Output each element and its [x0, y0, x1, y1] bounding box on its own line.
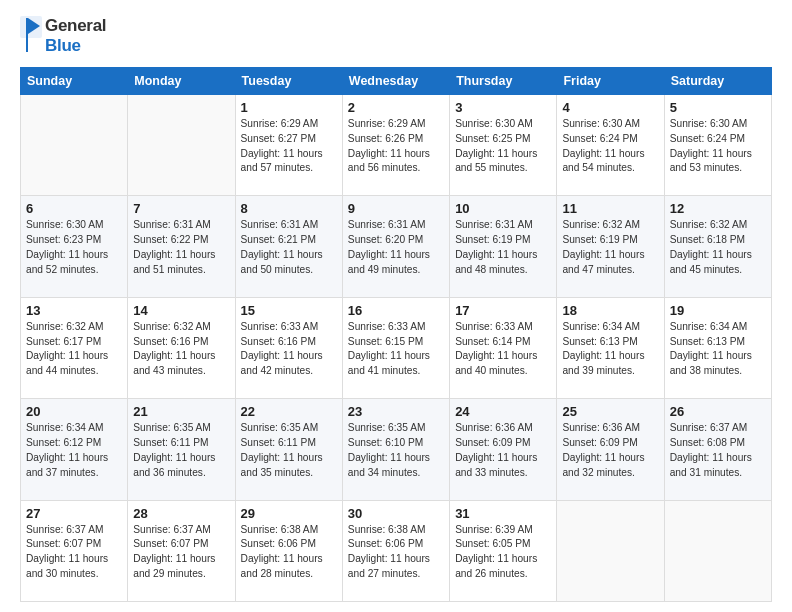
day-info: Sunrise: 6:33 AM Sunset: 6:15 PM Dayligh… — [348, 320, 444, 379]
calendar-cell: 12Sunrise: 6:32 AM Sunset: 6:18 PM Dayli… — [664, 196, 771, 297]
calendar-cell: 23Sunrise: 6:35 AM Sunset: 6:10 PM Dayli… — [342, 399, 449, 500]
svg-rect-2 — [26, 18, 28, 52]
day-number: 6 — [26, 201, 122, 216]
day-number: 8 — [241, 201, 337, 216]
calendar-week-row: 1Sunrise: 6:29 AM Sunset: 6:27 PM Daylig… — [21, 95, 772, 196]
calendar-cell: 5Sunrise: 6:30 AM Sunset: 6:24 PM Daylig… — [664, 95, 771, 196]
calendar-cell: 10Sunrise: 6:31 AM Sunset: 6:19 PM Dayli… — [450, 196, 557, 297]
logo-text: General Blue — [45, 16, 106, 55]
day-info: Sunrise: 6:36 AM Sunset: 6:09 PM Dayligh… — [562, 421, 658, 480]
calendar-cell: 15Sunrise: 6:33 AM Sunset: 6:16 PM Dayli… — [235, 297, 342, 398]
day-number: 7 — [133, 201, 229, 216]
day-info: Sunrise: 6:38 AM Sunset: 6:06 PM Dayligh… — [348, 523, 444, 582]
day-info: Sunrise: 6:36 AM Sunset: 6:09 PM Dayligh… — [455, 421, 551, 480]
weekday-header-cell: Thursday — [450, 68, 557, 95]
day-number: 16 — [348, 303, 444, 318]
calendar-cell: 31Sunrise: 6:39 AM Sunset: 6:05 PM Dayli… — [450, 500, 557, 601]
calendar-cell: 24Sunrise: 6:36 AM Sunset: 6:09 PM Dayli… — [450, 399, 557, 500]
day-number: 19 — [670, 303, 766, 318]
day-number: 11 — [562, 201, 658, 216]
day-info: Sunrise: 6:31 AM Sunset: 6:21 PM Dayligh… — [241, 218, 337, 277]
day-number: 4 — [562, 100, 658, 115]
day-number: 3 — [455, 100, 551, 115]
day-info: Sunrise: 6:30 AM Sunset: 6:25 PM Dayligh… — [455, 117, 551, 176]
day-number: 9 — [348, 201, 444, 216]
day-info: Sunrise: 6:32 AM Sunset: 6:19 PM Dayligh… — [562, 218, 658, 277]
header: General Blue — [20, 16, 772, 55]
calendar-cell: 7Sunrise: 6:31 AM Sunset: 6:22 PM Daylig… — [128, 196, 235, 297]
calendar-week-row: 20Sunrise: 6:34 AM Sunset: 6:12 PM Dayli… — [21, 399, 772, 500]
day-info: Sunrise: 6:30 AM Sunset: 6:24 PM Dayligh… — [562, 117, 658, 176]
day-info: Sunrise: 6:35 AM Sunset: 6:11 PM Dayligh… — [241, 421, 337, 480]
calendar-cell: 14Sunrise: 6:32 AM Sunset: 6:16 PM Dayli… — [128, 297, 235, 398]
day-number: 15 — [241, 303, 337, 318]
day-info: Sunrise: 6:37 AM Sunset: 6:08 PM Dayligh… — [670, 421, 766, 480]
day-info: Sunrise: 6:33 AM Sunset: 6:16 PM Dayligh… — [241, 320, 337, 379]
day-info: Sunrise: 6:32 AM Sunset: 6:16 PM Dayligh… — [133, 320, 229, 379]
calendar-cell: 11Sunrise: 6:32 AM Sunset: 6:19 PM Dayli… — [557, 196, 664, 297]
day-number: 31 — [455, 506, 551, 521]
day-number: 22 — [241, 404, 337, 419]
calendar-cell: 9Sunrise: 6:31 AM Sunset: 6:20 PM Daylig… — [342, 196, 449, 297]
day-number: 24 — [455, 404, 551, 419]
day-info: Sunrise: 6:32 AM Sunset: 6:18 PM Dayligh… — [670, 218, 766, 277]
weekday-header-cell: Wednesday — [342, 68, 449, 95]
day-info: Sunrise: 6:38 AM Sunset: 6:06 PM Dayligh… — [241, 523, 337, 582]
weekday-header-cell: Saturday — [664, 68, 771, 95]
day-number: 30 — [348, 506, 444, 521]
calendar-cell: 28Sunrise: 6:37 AM Sunset: 6:07 PM Dayli… — [128, 500, 235, 601]
weekday-header-cell: Sunday — [21, 68, 128, 95]
day-info: Sunrise: 6:37 AM Sunset: 6:07 PM Dayligh… — [26, 523, 122, 582]
day-number: 12 — [670, 201, 766, 216]
calendar-cell: 3Sunrise: 6:30 AM Sunset: 6:25 PM Daylig… — [450, 95, 557, 196]
day-info: Sunrise: 6:33 AM Sunset: 6:14 PM Dayligh… — [455, 320, 551, 379]
logo-blue: Blue — [45, 36, 106, 56]
day-number: 18 — [562, 303, 658, 318]
day-number: 17 — [455, 303, 551, 318]
calendar-cell: 29Sunrise: 6:38 AM Sunset: 6:06 PM Dayli… — [235, 500, 342, 601]
day-info: Sunrise: 6:34 AM Sunset: 6:13 PM Dayligh… — [670, 320, 766, 379]
day-info: Sunrise: 6:32 AM Sunset: 6:17 PM Dayligh… — [26, 320, 122, 379]
calendar-cell: 1Sunrise: 6:29 AM Sunset: 6:27 PM Daylig… — [235, 95, 342, 196]
day-info: Sunrise: 6:31 AM Sunset: 6:19 PM Dayligh… — [455, 218, 551, 277]
calendar-cell: 2Sunrise: 6:29 AM Sunset: 6:26 PM Daylig… — [342, 95, 449, 196]
logo-flag-icon — [20, 16, 42, 54]
calendar-cell: 4Sunrise: 6:30 AM Sunset: 6:24 PM Daylig… — [557, 95, 664, 196]
day-info: Sunrise: 6:34 AM Sunset: 6:13 PM Dayligh… — [562, 320, 658, 379]
day-number: 25 — [562, 404, 658, 419]
weekday-header-cell: Friday — [557, 68, 664, 95]
calendar-cell: 16Sunrise: 6:33 AM Sunset: 6:15 PM Dayli… — [342, 297, 449, 398]
day-info: Sunrise: 6:35 AM Sunset: 6:10 PM Dayligh… — [348, 421, 444, 480]
weekday-header-cell: Monday — [128, 68, 235, 95]
day-number: 5 — [670, 100, 766, 115]
calendar-cell: 30Sunrise: 6:38 AM Sunset: 6:06 PM Dayli… — [342, 500, 449, 601]
day-info: Sunrise: 6:31 AM Sunset: 6:22 PM Dayligh… — [133, 218, 229, 277]
calendar-cell: 20Sunrise: 6:34 AM Sunset: 6:12 PM Dayli… — [21, 399, 128, 500]
calendar-cell: 6Sunrise: 6:30 AM Sunset: 6:23 PM Daylig… — [21, 196, 128, 297]
day-info: Sunrise: 6:34 AM Sunset: 6:12 PM Dayligh… — [26, 421, 122, 480]
day-number: 23 — [348, 404, 444, 419]
day-info: Sunrise: 6:29 AM Sunset: 6:27 PM Dayligh… — [241, 117, 337, 176]
calendar-cell: 13Sunrise: 6:32 AM Sunset: 6:17 PM Dayli… — [21, 297, 128, 398]
day-number: 28 — [133, 506, 229, 521]
calendar-cell — [21, 95, 128, 196]
day-number: 2 — [348, 100, 444, 115]
day-number: 27 — [26, 506, 122, 521]
calendar-week-row: 13Sunrise: 6:32 AM Sunset: 6:17 PM Dayli… — [21, 297, 772, 398]
calendar-cell: 21Sunrise: 6:35 AM Sunset: 6:11 PM Dayli… — [128, 399, 235, 500]
calendar-week-row: 6Sunrise: 6:30 AM Sunset: 6:23 PM Daylig… — [21, 196, 772, 297]
day-info: Sunrise: 6:30 AM Sunset: 6:23 PM Dayligh… — [26, 218, 122, 277]
logo: General Blue — [20, 16, 106, 55]
day-number: 14 — [133, 303, 229, 318]
calendar-cell — [128, 95, 235, 196]
calendar-cell: 25Sunrise: 6:36 AM Sunset: 6:09 PM Dayli… — [557, 399, 664, 500]
day-number: 10 — [455, 201, 551, 216]
calendar-cell: 27Sunrise: 6:37 AM Sunset: 6:07 PM Dayli… — [21, 500, 128, 601]
calendar-cell — [557, 500, 664, 601]
calendar-cell: 26Sunrise: 6:37 AM Sunset: 6:08 PM Dayli… — [664, 399, 771, 500]
logo-general: General — [45, 16, 106, 36]
calendar-cell: 22Sunrise: 6:35 AM Sunset: 6:11 PM Dayli… — [235, 399, 342, 500]
logo-container: General Blue — [20, 16, 106, 55]
day-info: Sunrise: 6:30 AM Sunset: 6:24 PM Dayligh… — [670, 117, 766, 176]
day-number: 21 — [133, 404, 229, 419]
